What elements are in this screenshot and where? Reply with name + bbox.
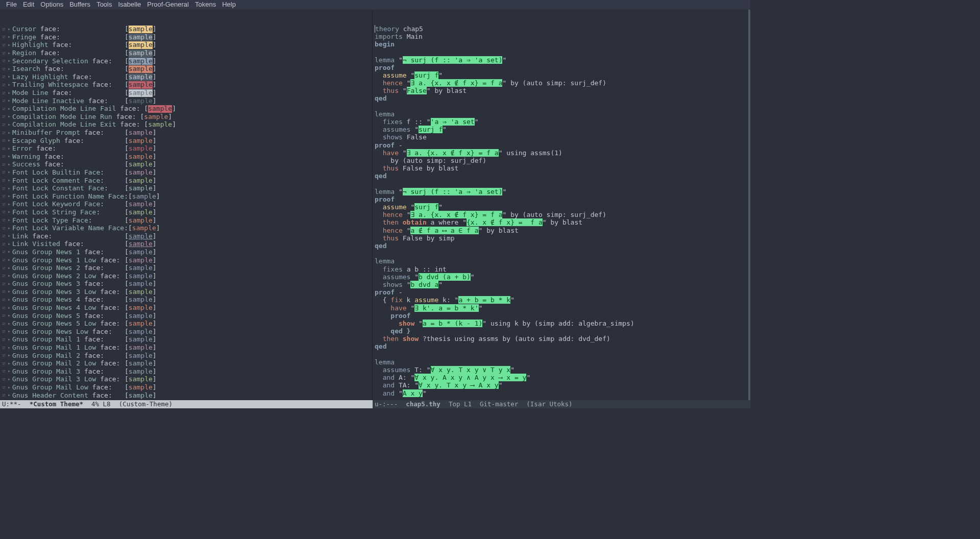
face-row[interactable]: ☑▸Font Lock Constant Face:[sample] [2, 185, 370, 193]
right-pane-isabelle-source[interactable]: theory chap5imports Mainbeginlemma "¬ su… [373, 10, 750, 401]
chevron-right-icon[interactable]: ▸ [6, 328, 12, 335]
checkbox-icon[interactable]: ☑ [2, 368, 6, 375]
face-row[interactable]: ☑▸Error face:[sample] [2, 145, 370, 153]
face-row[interactable]: ☑▸Escape Glyph face:[sample] [2, 137, 370, 145]
checkbox-icon[interactable]: ☑ [2, 168, 6, 176]
chevron-right-icon[interactable]: ▸ [6, 360, 12, 368]
face-row[interactable]: ☑▸Gnus Group Mail 1 face:[sample] [2, 336, 370, 344]
face-row[interactable]: ☑▸Gnus Group News 2 Low face:[sample] [2, 272, 370, 280]
checkbox-icon[interactable]: ☑ [2, 216, 6, 224]
face-row[interactable]: ☑▸Gnus Group Mail 1 Low face:[sample] [2, 344, 370, 352]
checkbox-icon[interactable]: ☑ [2, 113, 6, 120]
checkbox-icon[interactable]: ☑ [2, 328, 6, 335]
face-row[interactable]: ☑▸Gnus Group Mail 2 Low face:[sample] [2, 360, 370, 368]
chevron-right-icon[interactable]: ▸ [6, 201, 12, 208]
chevron-right-icon[interactable]: ▸ [6, 57, 12, 65]
face-row[interactable]: ☑▸Link face:[sample] [2, 232, 370, 240]
face-row[interactable]: ☑▸Link Visited face:[sample] [2, 240, 370, 249]
chevron-right-icon[interactable]: ▸ [6, 26, 12, 33]
chevron-right-icon[interactable]: ▸ [6, 177, 12, 184]
chevron-right-icon[interactable]: ▸ [6, 376, 12, 383]
chevron-right-icon[interactable]: ▸ [6, 225, 12, 232]
face-row[interactable]: ☑▸Font Lock Function Name Face:[sample] [2, 192, 370, 201]
checkbox-icon[interactable]: ☑ [2, 208, 6, 216]
checkbox-icon[interactable]: ☑ [2, 81, 6, 89]
checkbox-icon[interactable]: ☑ [2, 201, 6, 208]
face-row[interactable]: ☑▸Secondary Selection face:[sample] [2, 57, 370, 65]
face-row[interactable]: ☑▸Font Lock Builtin Face:[sample] [2, 168, 370, 177]
chevron-right-icon[interactable]: ▸ [6, 73, 12, 81]
chevron-right-icon[interactable]: ▸ [6, 145, 12, 153]
face-row[interactable]: ☑▸Minibuffer Prompt face:[sample] [2, 129, 370, 137]
checkbox-icon[interactable]: ☑ [2, 41, 6, 49]
chevron-right-icon[interactable]: ▸ [6, 129, 12, 137]
checkbox-icon[interactable]: ☑ [2, 33, 6, 41]
checkbox-icon[interactable]: ☑ [2, 336, 6, 344]
chevron-right-icon[interactable]: ▸ [6, 256, 12, 264]
face-row[interactable]: ☑▸Font Lock String Face:[sample] [2, 208, 370, 216]
face-row[interactable]: ☑▸Gnus Group News 4 face:[sample] [2, 296, 370, 304]
chevron-right-icon[interactable]: ▸ [6, 97, 12, 105]
face-row[interactable]: ☑▸Compilation Mode Line Exit face: [samp… [2, 121, 370, 129]
checkbox-icon[interactable]: ☑ [2, 240, 6, 248]
chevron-right-icon[interactable]: ▸ [6, 336, 12, 344]
chevron-right-icon[interactable]: ▸ [6, 240, 12, 248]
chevron-right-icon[interactable]: ▸ [6, 344, 12, 352]
checkbox-icon[interactable]: ☑ [2, 153, 6, 160]
menu-item-help[interactable]: Help [219, 1, 239, 9]
face-row[interactable]: ☑▸Gnus Header Content face:[sample] [2, 391, 370, 400]
checkbox-icon[interactable]: ☑ [2, 312, 6, 320]
checkbox-icon[interactable]: ☑ [2, 185, 6, 192]
chevron-right-icon[interactable]: ▸ [6, 137, 12, 144]
chevron-right-icon[interactable]: ▸ [6, 105, 12, 113]
menu-item-proof-general[interactable]: Proof-General [144, 1, 192, 9]
face-row[interactable]: ☑▸Font Lock Comment Face:[sample] [2, 177, 370, 185]
face-row[interactable]: ☑▸Lazy Highlight face:[sample] [2, 73, 370, 81]
chevron-right-icon[interactable]: ▸ [6, 216, 12, 224]
chevron-right-icon[interactable]: ▸ [6, 304, 12, 312]
checkbox-icon[interactable]: ☑ [2, 145, 6, 153]
chevron-right-icon[interactable]: ▸ [6, 272, 12, 280]
checkbox-icon[interactable]: ☑ [2, 360, 6, 368]
face-row[interactable]: ☑▸Gnus Group News 1 Low face:[sample] [2, 256, 370, 264]
left-pane-custom-theme[interactable]: ☑▸Cursor face:[sample]☑▸Fringe face:[sam… [0, 10, 373, 401]
chevron-right-icon[interactable]: ▸ [6, 280, 12, 288]
face-row[interactable]: ☑▸Gnus Group News 3 face:[sample] [2, 280, 370, 288]
face-row[interactable]: ☑▸Font Lock Type Face:[sample] [2, 216, 370, 225]
chevron-right-icon[interactable]: ▸ [6, 384, 12, 391]
face-row[interactable]: ☑▸Gnus Group Mail 3 face:[sample] [2, 368, 370, 376]
checkbox-icon[interactable]: ☑ [2, 296, 6, 304]
face-row[interactable]: ☑▸Warning face:[sample] [2, 153, 370, 161]
checkbox-icon[interactable]: ☑ [2, 177, 6, 184]
checkbox-icon[interactable]: ☑ [2, 73, 6, 81]
checkbox-icon[interactable]: ☑ [2, 26, 6, 33]
face-row[interactable]: ☑▸Gnus Group Mail 3 Low face:[sample] [2, 376, 370, 384]
checkbox-icon[interactable]: ☑ [2, 352, 6, 359]
chevron-right-icon[interactable]: ▸ [6, 89, 12, 97]
checkbox-icon[interactable]: ☑ [2, 320, 6, 328]
checkbox-icon[interactable]: ☑ [2, 376, 6, 383]
checkbox-icon[interactable]: ☑ [2, 192, 6, 200]
chevron-right-icon[interactable]: ▸ [6, 33, 12, 41]
chevron-right-icon[interactable]: ▸ [6, 312, 12, 320]
chevron-right-icon[interactable]: ▸ [6, 41, 12, 49]
checkbox-icon[interactable]: ☑ [2, 384, 6, 391]
face-row[interactable]: ☑▸Font Lock Variable Name Face:[sample] [2, 225, 370, 233]
chevron-right-icon[interactable]: ▸ [6, 320, 12, 328]
face-row[interactable]: ☑▸Gnus Group News 5 Low face:[sample] [2, 320, 370, 328]
face-row[interactable]: ☑▸Gnus Group News 4 Low face:[sample] [2, 304, 370, 312]
menu-item-options[interactable]: Options [37, 1, 66, 9]
checkbox-icon[interactable]: ☑ [2, 280, 6, 288]
menu-item-file[interactable]: File [3, 1, 20, 9]
chevron-right-icon[interactable]: ▸ [6, 121, 12, 129]
face-row[interactable]: ☑▸Highlight face:[sample] [2, 41, 370, 50]
face-row[interactable]: ☑▸Gnus Group News 5 face:[sample] [2, 312, 370, 320]
face-row[interactable]: ☑▸Gnus Group Mail Low face:[sample] [2, 384, 370, 392]
chevron-right-icon[interactable]: ▸ [6, 248, 12, 256]
menu-item-edit[interactable]: Edit [20, 1, 37, 9]
chevron-right-icon[interactable]: ▸ [6, 65, 12, 73]
chevron-right-icon[interactable]: ▸ [6, 192, 12, 200]
chevron-right-icon[interactable]: ▸ [6, 232, 12, 240]
face-row[interactable]: ☑▸Compilation Mode Line Run face: [sampl… [2, 113, 370, 121]
face-row[interactable]: ☑▸Font Lock Keyword Face:[sample] [2, 201, 370, 209]
